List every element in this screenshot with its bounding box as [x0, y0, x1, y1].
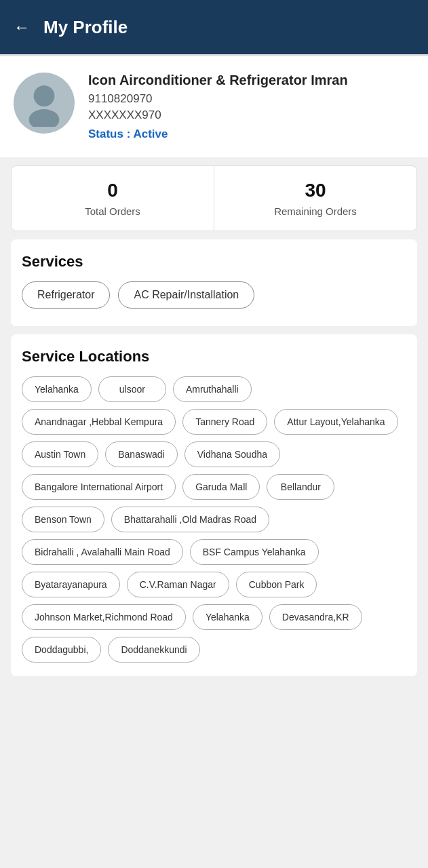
location-tag: Banaswadi — [105, 441, 178, 467]
status-value: Active — [133, 127, 168, 140]
stats-section: 0 Total Orders 30 Remaining Orders — [11, 165, 417, 231]
location-tag: Attur Layout,Yelahanka — [274, 409, 397, 435]
locations-section: Service Locations YelahankaulsoorAmrutha… — [11, 334, 417, 676]
location-tag: Byatarayanapura — [22, 572, 120, 597]
location-tag: Vidhana Soudha — [184, 441, 280, 467]
location-tag: Garuda Mall — [182, 474, 260, 500]
location-tag: Devasandra,KR — [269, 604, 362, 630]
header: ← My Profile — [0, 0, 428, 54]
locations-title: Service Locations — [22, 348, 406, 366]
service-tag: Refrigerator — [22, 281, 110, 309]
remaining-orders-label: Remaining Orders — [221, 205, 410, 217]
location-tag: Yelahanka — [193, 604, 262, 630]
services-tags: RefrigeratorAC Repair/Installation — [22, 281, 406, 309]
profile-name: Icon Airconditioner & Refrigerator Imran — [88, 73, 414, 88]
location-tag: ulsoor — [98, 376, 166, 402]
profile-section: Icon Airconditioner & Refrigerator Imran… — [0, 56, 428, 157]
svg-point-1 — [29, 109, 60, 127]
location-tag: Austin Town — [22, 441, 98, 467]
back-button[interactable]: ← — [14, 18, 30, 37]
remaining-orders-stat: 30 Remaining Orders — [214, 166, 416, 231]
location-tag: Bangalore International Airport — [22, 474, 176, 500]
location-tag: Doddagubbi, — [22, 637, 101, 663]
location-tag: Bidrahalli , Avalahalli Main Road — [22, 539, 183, 565]
location-tag: BSF Campus Yelahanka — [190, 539, 319, 565]
remaining-orders-value: 30 — [221, 180, 410, 201]
avatar-icon — [20, 79, 68, 127]
service-tag: AC Repair/Installation — [118, 281, 254, 309]
location-tag: Cubbon Park — [236, 572, 317, 597]
profile-masked-phone: XXXXXXX970 — [88, 108, 414, 122]
location-tag: Benson Town — [22, 507, 104, 532]
location-tag: Amruthahalli — [173, 376, 252, 402]
avatar — [14, 73, 75, 134]
profile-status: Status : Active — [88, 127, 414, 141]
total-orders-label: Total Orders — [18, 205, 207, 217]
profile-info: Icon Airconditioner & Refrigerator Imran… — [88, 73, 414, 141]
location-tag: Anandnagar ,Hebbal Kempura — [22, 409, 176, 435]
services-section: Services RefrigeratorAC Repair/Installat… — [11, 239, 417, 326]
location-tag: Bellandur — [267, 474, 334, 500]
location-tag: Bhattarahalli ,Old Madras Road — [111, 507, 269, 532]
services-title: Services — [22, 253, 406, 271]
location-tags: YelahankaulsoorAmruthahalliAnandnagar ,H… — [22, 376, 406, 663]
location-tag: C.V.Raman Nagar — [127, 572, 229, 597]
total-orders-value: 0 — [18, 180, 207, 201]
profile-phone: 9110820970 — [88, 92, 414, 106]
location-tag: Tannery Road — [182, 409, 267, 435]
page-title: My Profile — [43, 17, 128, 38]
location-tag: Johnson Market,Richmond Road — [22, 604, 186, 630]
location-tag: Yelahanka — [22, 376, 92, 402]
location-tag: Doddanekkundi — [108, 637, 199, 663]
total-orders-stat: 0 Total Orders — [12, 166, 214, 231]
svg-point-0 — [34, 85, 55, 106]
